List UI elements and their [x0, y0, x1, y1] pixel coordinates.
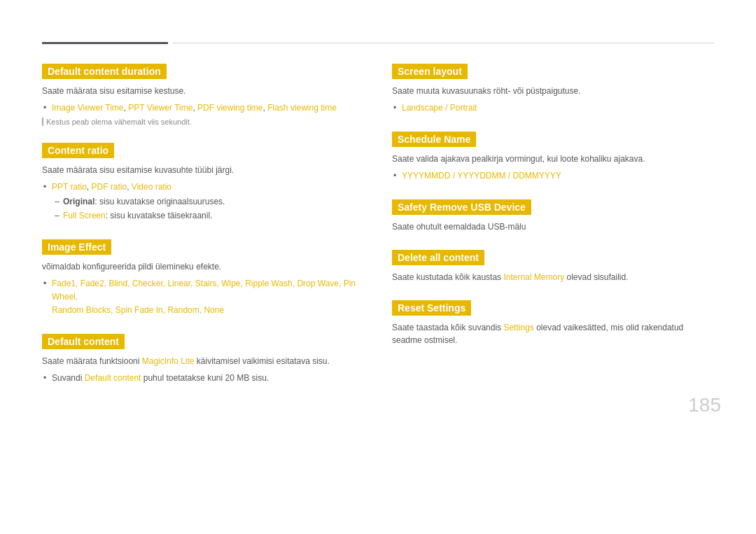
link-ppt-viewer-time: PPT Viewer Time — [128, 103, 192, 113]
link-default-content-inline: Default content — [85, 373, 141, 383]
right-column: Screen layout Saate muuta kuvasuunaks rö… — [392, 64, 714, 402]
desc-screen-layout: Saate muuta kuvasuunaks röht- või püstpa… — [392, 85, 714, 97]
bullets-schedule-name: YYYYMMDD / YYYYDDMM / DDMMYYYY — [392, 169, 714, 183]
section-delete-all-content: Delete all content Saate kustutada kõik … — [392, 250, 714, 283]
section-title-default-content: Default content — [42, 334, 125, 349]
desc-safety-remove-usb: Saate ohutult eemaldada USB-mälu — [392, 220, 714, 233]
link-pdf-ratio: PDF ratio — [91, 182, 127, 192]
top-divider — [42, 42, 714, 44]
desc-default-content: Saate määrata funktsiooni MagicInfo Lite… — [42, 355, 364, 367]
section-title-image-effect: Image Effect — [42, 239, 111, 255]
link-effects: Fade1, Fade2, Blind, Checker, Linear, St… — [52, 279, 356, 315]
content-grid: Default content duration Saate määrata s… — [42, 64, 714, 402]
divider-light — [172, 43, 714, 43]
bullet-item: YYYYMMDD / YYYYDDMM / DDMMYYYY — [402, 169, 714, 183]
section-title-default-content-duration: Default content duration — [42, 64, 167, 79]
section-title-reset-settings: Reset Settings — [392, 300, 471, 316]
footnote-default-content-duration: Kestus peab olema vähemalt viis sekundit… — [42, 118, 364, 126]
bullet-item: Image Viewer Time, PPT Viewer Time, PDF … — [52, 101, 364, 115]
bullet-item: Fade1, Fade2, Blind, Checker, Linear, St… — [52, 277, 364, 318]
left-column: Default content duration Saate määrata s… — [42, 64, 364, 402]
bold-fullscreen: Full Screen — [63, 211, 106, 220]
bullet-item: PPT ratio, PDF ratio, Video ratio Origin… — [52, 181, 364, 223]
page: Default content duration Saate määrata s… — [0, 0, 756, 430]
desc-delete-all-content: Saate kustutada kõik kaustas Internal Me… — [392, 271, 714, 283]
link-settings: Settings — [503, 323, 533, 332]
desc-default-content-duration: Saate määrata sisu esitamise kestuse. — [42, 85, 364, 97]
section-content-ratio: Content ratio Saate määrata sisu esitami… — [42, 143, 364, 223]
desc-image-effect: võimaldab konfigureerida pildi ülemineku… — [42, 260, 364, 273]
bullet-item: Landscape / Portrait — [402, 101, 714, 115]
sub-item-original: Original: sisu kuvatakse originaalsuurus… — [63, 195, 364, 209]
section-safety-remove-usb: Safety Remove USB Device Saate ohutult e… — [392, 199, 714, 233]
section-title-screen-layout: Screen layout — [392, 64, 468, 79]
sub-list-content-ratio: Original: sisu kuvatakse originaalsuurus… — [52, 195, 364, 222]
link-video-ratio: Video ratio — [132, 182, 172, 192]
link-flash-viewing-time: Flash viewing time — [267, 103, 337, 113]
bold-original: Original — [63, 197, 94, 206]
desc-schedule-name: Saate valida ajakava pealkirja vormingut… — [392, 153, 714, 165]
bullet-item: Suvandi Default content puhul toetatakse… — [52, 372, 364, 385]
link-magicinfo-lite: MagicInfo Lite — [142, 356, 195, 366]
section-schedule-name: Schedule Name Saate valida ajakava pealk… — [392, 132, 714, 183]
divider-dark — [42, 42, 168, 44]
bullets-default-content: Suvandi Default content puhul toetatakse… — [42, 372, 364, 385]
sub-item-fullscreen: Full Screen: sisu kuvatakse täisekraanil… — [63, 209, 364, 223]
section-default-content-duration: Default content duration Saate määrata s… — [42, 64, 364, 126]
desc-reset-settings: Saate taastada kõik suvandis Settings ol… — [392, 321, 714, 346]
link-pdf-viewing-time: PDF viewing time — [197, 103, 262, 113]
link-internal-memory: Internal Memory — [503, 272, 564, 282]
bullets-content-ratio: PPT ratio, PDF ratio, Video ratio Origin… — [42, 181, 364, 223]
section-title-safety-remove-usb: Safety Remove USB Device — [392, 199, 531, 215]
section-screen-layout: Screen layout Saate muuta kuvasuunaks rö… — [392, 64, 714, 115]
section-title-content-ratio: Content ratio — [42, 143, 114, 158]
bullets-screen-layout: Landscape / Portrait — [392, 101, 714, 115]
section-title-delete-all-content: Delete all content — [392, 250, 484, 265]
section-default-content: Default content Saate määrata funktsioon… — [42, 334, 364, 385]
footnote-text: Kestus peab olema vähemalt viis sekundit… — [46, 118, 192, 126]
link-ppt-ratio: PPT ratio — [52, 182, 87, 192]
link-landscape-portrait: Landscape / Portrait — [402, 103, 477, 113]
link-date-formats: YYYYMMDD / YYYYDDMM / DDMMYYYY — [402, 171, 561, 181]
link-image-viewer-time: Image Viewer Time — [52, 103, 124, 113]
desc-content-ratio: Saate määrata sisu esitamise kuvasuhte t… — [42, 164, 364, 176]
page-number: 185 — [688, 394, 721, 416]
section-title-schedule-name: Schedule Name — [392, 132, 476, 147]
section-image-effect: Image Effect võimaldab konfigureerida pi… — [42, 239, 364, 318]
bullets-default-content-duration: Image Viewer Time, PPT Viewer Time, PDF … — [42, 101, 364, 115]
bullets-image-effect: Fade1, Fade2, Blind, Checker, Linear, St… — [42, 277, 364, 318]
section-reset-settings: Reset Settings Saate taastada kõik suvan… — [392, 300, 714, 346]
